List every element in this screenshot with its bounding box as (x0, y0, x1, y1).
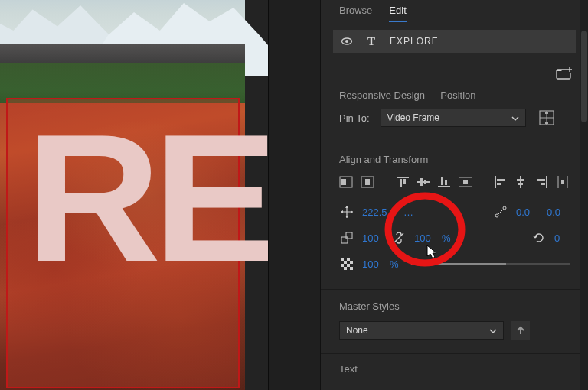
tab-edit[interactable]: Edit (389, 5, 406, 22)
svg-rect-10 (341, 179, 346, 185)
position-x-value[interactable]: 222.5 (362, 206, 396, 218)
rotation-icon (531, 230, 547, 245)
scale-unit: % (442, 232, 451, 244)
svg-rect-42 (341, 258, 344, 261)
align-bottom-button[interactable] (438, 174, 451, 190)
svg-rect-27 (497, 183, 501, 185)
svg-rect-39 (341, 237, 348, 243)
svg-rect-14 (400, 179, 402, 187)
layer-row-explore[interactable]: T EXPLORE (333, 30, 576, 53)
distribute-vertical-button[interactable] (459, 174, 472, 190)
panel-gap (268, 0, 320, 390)
svg-rect-44 (344, 261, 347, 264)
text-section-title: Text (321, 363, 588, 375)
opacity-unit: % (390, 258, 399, 270)
svg-rect-8 (545, 122, 548, 124)
anchor-point-icon (493, 204, 508, 219)
master-styles-title: Master Styles (321, 301, 588, 312)
svg-rect-17 (420, 178, 423, 186)
svg-rect-7 (545, 112, 548, 114)
align-vcenter-button[interactable] (416, 174, 430, 190)
constrain-proportions-icon[interactable] (391, 230, 407, 245)
scale-height-value[interactable]: 100 (414, 232, 436, 244)
text-layer-icon: T (365, 35, 377, 47)
rotation-value[interactable]: 0 (554, 232, 570, 244)
svg-rect-49 (350, 267, 353, 270)
svg-rect-36 (561, 180, 564, 184)
program-monitor[interactable]: RE (0, 0, 268, 390)
new-layer-icon[interactable] (556, 67, 573, 80)
svg-rect-43 (347, 258, 350, 261)
align-top-button[interactable] (396, 174, 409, 190)
pin-to-dropdown[interactable]: Video Frame (381, 109, 526, 127)
svg-rect-47 (347, 264, 350, 267)
pin-to-value: Video Frame (387, 112, 439, 123)
position-y-value[interactable]: … (403, 206, 433, 218)
svg-rect-29 (517, 179, 524, 181)
svg-rect-33 (541, 183, 545, 185)
svg-line-41 (394, 233, 403, 242)
svg-rect-32 (537, 179, 545, 181)
svg-rect-15 (403, 179, 406, 184)
svg-point-37 (495, 214, 498, 217)
svg-rect-45 (350, 261, 353, 264)
svg-rect-46 (341, 264, 344, 267)
opacity-value[interactable]: 100 (362, 258, 384, 270)
svg-rect-21 (445, 180, 447, 185)
align-horizontal-center-button[interactable] (361, 174, 374, 190)
align-left-button[interactable] (493, 174, 506, 190)
tab-browse[interactable]: Browse (339, 5, 372, 22)
scale-width-value[interactable]: 100 (362, 232, 384, 244)
opacity-slider[interactable] (411, 263, 570, 265)
essential-graphics-panel: Browse Edit T EXPLORE Responsive Design … (320, 0, 588, 390)
align-button-row (321, 165, 588, 194)
master-styles-value: None (346, 325, 368, 336)
visibility-toggle-icon[interactable] (341, 35, 353, 47)
svg-point-1 (345, 40, 348, 43)
opacity-icon (339, 256, 354, 271)
svg-rect-48 (344, 267, 347, 270)
svg-rect-18 (424, 180, 426, 184)
svg-rect-12 (365, 179, 370, 185)
svg-rect-26 (497, 179, 505, 181)
align-horizontal-left-button[interactable] (339, 174, 353, 190)
align-right-button[interactable] (535, 174, 548, 190)
svg-rect-30 (518, 183, 523, 185)
align-hcenter-button[interactable] (514, 174, 528, 190)
pin-to-label: Pin To: (339, 112, 370, 124)
chevron-down-icon (511, 114, 519, 122)
layer-name-label: EXPLORE (390, 36, 439, 47)
pin-grid-icon[interactable] (538, 109, 555, 126)
canvas-text-layer[interactable]: RE (25, 107, 268, 289)
push-to-master-button[interactable] (511, 321, 530, 340)
svg-rect-24 (463, 180, 468, 184)
panel-tabs: Browse Edit (321, 0, 588, 22)
align-transform-title: Align and Transform (321, 154, 588, 165)
app-root: RE Browse Edit T EXPLORE Responsive Desi… (0, 0, 588, 390)
panel-scrollbar-thumb[interactable] (581, 31, 587, 122)
position-icon (339, 204, 354, 219)
anchor-x-value[interactable]: 0.0 (516, 206, 539, 218)
anchor-y-value[interactable]: 0.0 (547, 206, 570, 218)
transform-controls: 222.5 … 0.0 0.0 100 100 % (321, 194, 588, 289)
responsive-design-title: Responsive Design — Position (321, 89, 588, 101)
svg-rect-20 (441, 177, 443, 185)
svg-rect-40 (346, 232, 352, 239)
scale-icon (339, 230, 354, 245)
master-styles-dropdown[interactable]: None (339, 321, 504, 340)
chevron-down-icon (489, 327, 497, 334)
svg-point-38 (503, 206, 506, 210)
distribute-horizontal-button[interactable] (557, 174, 570, 190)
